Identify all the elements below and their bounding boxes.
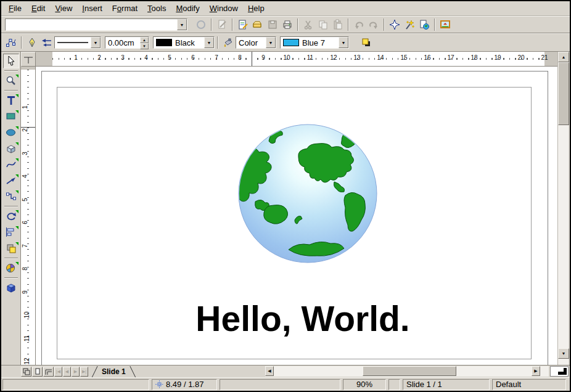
- globe-image[interactable]: [237, 123, 379, 264]
- menu-insert[interactable]: Insert: [77, 2, 107, 14]
- scroll-up-icon[interactable]: ▲: [558, 52, 569, 62]
- ellipse-tool[interactable]: [3, 125, 19, 140]
- select-tool[interactable]: [3, 54, 19, 68]
- vertical-scrollbar[interactable]: ▲ ▼: [557, 52, 569, 365]
- status-empty-field-2: [220, 379, 340, 390]
- line-style-combobox[interactable]: ▼: [54, 36, 101, 49]
- slide-title-text[interactable]: Hello, World.: [195, 298, 409, 339]
- h-ruler-number: 12: [330, 54, 337, 61]
- v-ruler-number: 4: [22, 174, 28, 178]
- curve-tool[interactable]: [3, 157, 19, 172]
- vertical-scrollbar-thumb[interactable]: [558, 62, 569, 125]
- navigator-icon[interactable]: [387, 17, 402, 32]
- flyout-triangle-icon: [15, 158, 18, 161]
- status-position-field: 8.49 / 1.87: [152, 379, 217, 390]
- arrange-tool[interactable]: [3, 241, 19, 256]
- zoom-level[interactable]: 90%: [343, 379, 386, 390]
- horizontal-ruler[interactable]: 123456789101112131415161718192021: [36, 52, 557, 67]
- gallery-icon[interactable]: [438, 17, 453, 32]
- hyperlink-icon[interactable]: [417, 17, 432, 32]
- line-width-value[interactable]: 0.00cm: [105, 37, 140, 48]
- h-ruler-number: 2: [97, 54, 101, 61]
- menu-format[interactable]: Format: [107, 2, 142, 14]
- tab-bar: |◀ ◀ ▶ ▶| Slide 1 ◀ ▶: [1, 365, 570, 377]
- load-url-value[interactable]: [6, 19, 177, 30]
- fill-can-icon[interactable]: [221, 35, 236, 50]
- vertical-ruler[interactable]: 123456789101112: [21, 67, 36, 365]
- h-ruler-number: 7: [215, 54, 218, 61]
- menu-modify[interactable]: Modify: [171, 2, 204, 14]
- save-icon: [265, 17, 280, 32]
- rotate-tool[interactable]: [3, 209, 19, 224]
- h-ruler-number: 3: [121, 54, 125, 61]
- flyout-triangle-icon: [15, 174, 18, 178]
- new-document-icon[interactable]: [236, 17, 250, 32]
- print-icon[interactable]: [280, 17, 295, 32]
- next-slide-icon: ▶: [72, 367, 80, 377]
- horizontal-scrollbar-thumb[interactable]: [363, 366, 456, 376]
- open-icon[interactable]: [250, 17, 265, 32]
- flyout-triangle-icon: [15, 226, 18, 229]
- h-ruler-number: 9: [261, 54, 265, 61]
- arrow-style-icon[interactable]: [39, 35, 54, 50]
- notes-view-button[interactable]: [32, 367, 43, 377]
- text-tool[interactable]: [3, 93, 19, 108]
- chevron-down-icon[interactable]: ▼: [339, 37, 348, 48]
- pen-icon[interactable]: [25, 35, 39, 50]
- menu-view[interactable]: View: [50, 2, 77, 14]
- menu-help[interactable]: Help: [243, 2, 269, 14]
- h-ruler-number: 11: [307, 54, 313, 61]
- redo-icon: [366, 17, 381, 32]
- menu-tools[interactable]: Tools: [142, 2, 171, 14]
- previous-slide-icon: ◀: [63, 367, 71, 377]
- zoom-tool[interactable]: [3, 73, 19, 88]
- layer-view-button[interactable]: [43, 367, 54, 377]
- spin-up-icon[interactable]: ▲: [140, 37, 149, 43]
- load-url-combobox[interactable]: ▼: [5, 18, 187, 31]
- 3d-objects-tool[interactable]: [3, 141, 19, 156]
- lines-arrows-tool[interactable]: [3, 173, 19, 188]
- horizontal-scrollbar[interactable]: ◀ ▶: [265, 366, 549, 377]
- fill-color-combobox[interactable]: Blue 7 ▼: [280, 36, 349, 49]
- ruler-origin-corner[interactable]: [21, 52, 36, 67]
- chevron-down-icon[interactable]: ▼: [177, 19, 187, 30]
- chevron-down-icon[interactable]: ▼: [91, 37, 101, 48]
- insert-tool[interactable]: [3, 261, 19, 276]
- page-style[interactable]: Default: [492, 379, 566, 390]
- flyout-triangle-icon: [15, 190, 18, 194]
- wizard-icon[interactable]: [402, 17, 417, 32]
- rectangle-tool[interactable]: [3, 109, 19, 124]
- line-width-spinner[interactable]: 0.00cm ▲▼: [105, 36, 149, 49]
- fill-style-combobox[interactable]: Color ▼: [236, 36, 276, 49]
- alignment-tool[interactable]: [3, 225, 19, 240]
- line-color-combobox[interactable]: Black ▼: [153, 36, 215, 49]
- menu-window[interactable]: Window: [205, 2, 243, 14]
- work-area: 123456789101112131415161718192021 123456…: [1, 52, 570, 365]
- window-resize-grip[interactable]: [550, 366, 569, 377]
- v-ruler-number: 1: [22, 105, 28, 109]
- chevron-down-icon[interactable]: ▼: [266, 37, 276, 48]
- menu-edit[interactable]: Edit: [27, 2, 50, 14]
- h-ruler-number: 10: [283, 54, 290, 61]
- connector-tool[interactable]: [3, 189, 19, 204]
- 3d-controller-tool[interactable]: [3, 280, 19, 295]
- vertical-ruler-ticks: [27, 70, 29, 365]
- drawing-view-button[interactable]: [21, 367, 31, 377]
- shadow-icon[interactable]: [359, 35, 374, 50]
- menu-file[interactable]: File: [4, 2, 27, 14]
- flyout-triangle-icon: [15, 242, 18, 245]
- scroll-down-icon[interactable]: ▼: [558, 348, 569, 359]
- h-ruler-number: 14: [377, 54, 384, 61]
- slide-tab[interactable]: Slide 1: [93, 366, 134, 377]
- flyout-triangle-icon: [15, 75, 18, 78]
- v-ruler-number: 5: [22, 198, 28, 202]
- slide-canvas[interactable]: Hello, World.: [36, 67, 557, 365]
- scroll-right-icon[interactable]: ▶: [532, 366, 540, 376]
- spin-down-icon[interactable]: ▼: [140, 43, 149, 49]
- h-ruler-number: 19: [494, 54, 501, 61]
- edit-points-icon[interactable]: [4, 35, 18, 50]
- v-ruler-number: 2: [22, 128, 28, 132]
- slide-tab-label[interactable]: Slide 1: [102, 367, 126, 376]
- scroll-left-icon[interactable]: ◀: [265, 366, 274, 376]
- chevron-down-icon[interactable]: ▼: [204, 37, 214, 48]
